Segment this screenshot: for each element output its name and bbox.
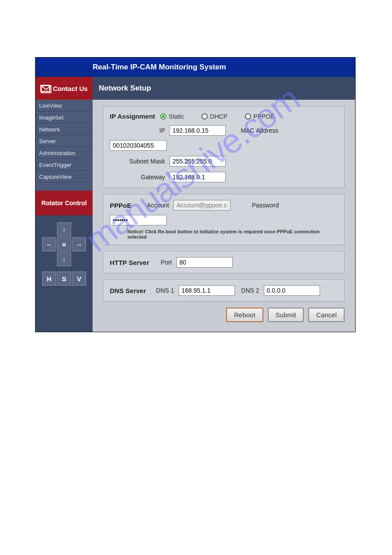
mac-label: MAC Address bbox=[239, 127, 278, 134]
dns2-input[interactable] bbox=[264, 285, 320, 296]
app-window: Real-Time IP-CAM Monitoring System Conta… bbox=[35, 57, 356, 332]
submit-button[interactable]: Submit bbox=[268, 308, 304, 322]
ptz-left-button[interactable]: ← bbox=[42, 237, 56, 251]
rotator-control-label: Rotator Control bbox=[36, 191, 93, 215]
app-title: Real-Time IP-CAM Monitoring System bbox=[93, 63, 226, 72]
sidebar-item-imageset[interactable]: ImageSet bbox=[36, 112, 93, 123]
radio-pppoe-label: PPPOE bbox=[253, 113, 274, 120]
subnet-label: Subnet Mask bbox=[110, 158, 165, 165]
content-area: IP Assignment Static DHCP PPPOE bbox=[93, 100, 355, 332]
dns1-label: DNS 1 bbox=[154, 287, 174, 294]
ptz-s-button[interactable]: S bbox=[57, 272, 71, 286]
titlebar: Real-Time IP-CAM Monitoring System bbox=[36, 58, 355, 77]
ptz-v-button[interactable]: V bbox=[72, 272, 86, 286]
ptz-h-button[interactable]: H bbox=[42, 272, 56, 286]
sidebar-item-liveview[interactable]: LiveView bbox=[36, 100, 93, 112]
radio-pppoe[interactable]: PPPOE bbox=[245, 113, 274, 120]
mail-icon bbox=[40, 85, 50, 92]
pppoe-password-label: Password bbox=[248, 202, 279, 209]
ip-label: IP bbox=[110, 127, 165, 134]
radio-static-label: Static bbox=[169, 113, 184, 120]
ptz-down-button[interactable]: ↓ bbox=[57, 252, 71, 266]
radio-dhcp-label: DHCP bbox=[210, 113, 227, 120]
gateway-label: Gateway bbox=[110, 174, 165, 181]
ptz-center-button[interactable]: ¤ bbox=[57, 237, 71, 251]
action-button-row: Reboot Submit Cancel bbox=[103, 308, 345, 322]
radio-dot-icon bbox=[160, 113, 166, 120]
http-port-label: Port bbox=[157, 259, 172, 266]
subnet-input[interactable] bbox=[169, 156, 226, 167]
dns2-label: DNS 2 bbox=[239, 287, 259, 294]
ptz-up-button[interactable]: ↑ bbox=[57, 222, 71, 236]
sidebar: LiveView ImageSet Network Server Adminis… bbox=[36, 100, 93, 332]
dns-server-panel: DNS Server DNS 1 DNS 2 bbox=[103, 279, 345, 301]
ip-assignment-panel: IP Assignment Static DHCP PPPOE bbox=[103, 107, 345, 188]
ip-assignment-radio-group: Static DHCP PPPOE bbox=[160, 113, 274, 120]
sidebar-spacer bbox=[36, 183, 93, 191]
radio-dhcp[interactable]: DHCP bbox=[201, 113, 227, 120]
dns-title: DNS Server bbox=[110, 287, 146, 294]
http-port-input[interactable] bbox=[176, 257, 233, 268]
radio-dot-icon bbox=[201, 113, 208, 120]
cancel-button[interactable]: Cancel bbox=[308, 308, 345, 322]
pppoe-account-input[interactable] bbox=[173, 200, 230, 210]
http-server-panel: HTTP Server Port bbox=[103, 251, 345, 273]
contact-us-button[interactable]: Contact Us bbox=[36, 77, 93, 100]
mac-input[interactable] bbox=[110, 140, 167, 151]
page-title: Network Setup bbox=[93, 77, 355, 100]
sidebar-item-server[interactable]: Server bbox=[36, 135, 93, 147]
ptz-pad: ↑ ← ¤ → ↓ H S V bbox=[36, 215, 93, 296]
sidebar-item-network[interactable]: Network bbox=[36, 123, 93, 135]
header-row: Contact Us Network Setup bbox=[36, 77, 355, 100]
pppoe-password-input[interactable] bbox=[110, 215, 167, 225]
http-title: HTTP Server bbox=[110, 259, 149, 266]
radio-static[interactable]: Static bbox=[160, 113, 184, 120]
body-row: LiveView ImageSet Network Server Adminis… bbox=[36, 100, 355, 332]
contact-us-label: Contact Us bbox=[53, 85, 87, 92]
pppoe-panel: PPPoE Account Password Notice! Click Re-… bbox=[103, 194, 345, 245]
page-title-text: Network Setup bbox=[99, 84, 151, 93]
ip-input[interactable] bbox=[169, 125, 226, 136]
sidebar-item-eventtrigger[interactable]: EventTrigger bbox=[36, 159, 93, 171]
pppoe-title: PPPoE bbox=[110, 202, 131, 209]
gateway-input[interactable] bbox=[169, 172, 226, 182]
sidebar-item-administration[interactable]: Administration bbox=[36, 147, 93, 159]
pppoe-notice: Notice! Click Re-boot button to initiali… bbox=[127, 229, 338, 239]
dns1-input[interactable] bbox=[179, 285, 235, 296]
reboot-button[interactable]: Reboot bbox=[226, 308, 263, 322]
sidebar-item-captureview[interactable]: CaptureView bbox=[36, 171, 93, 183]
ip-assignment-title: IP Assignment bbox=[110, 112, 155, 120]
pppoe-account-label: Account bbox=[143, 202, 169, 209]
ptz-right-button[interactable]: → bbox=[72, 237, 86, 251]
radio-dot-icon bbox=[245, 113, 251, 120]
